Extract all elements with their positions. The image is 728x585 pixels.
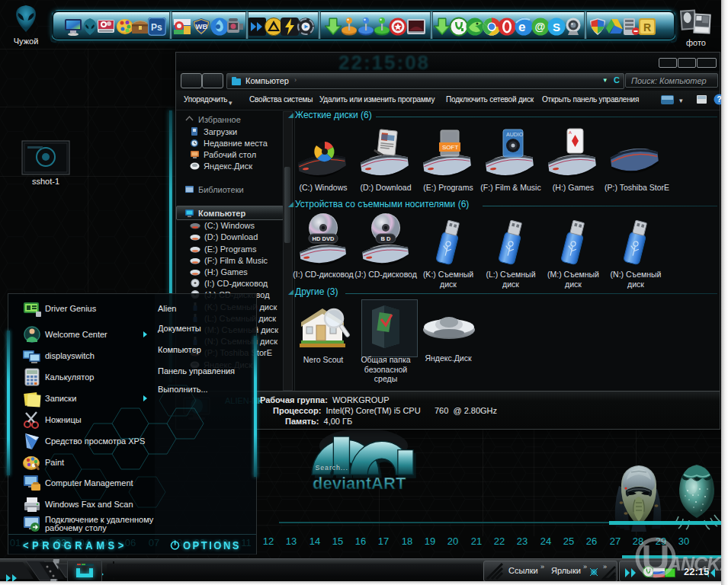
svg-text:WB: WB: [196, 22, 208, 30]
svg-text:@: @: [535, 21, 546, 33]
svg-text:R: R: [643, 21, 651, 34]
svg-text:Ps: Ps: [151, 22, 162, 33]
svg-text:B D: B D: [381, 235, 392, 242]
svg-text:S: S: [553, 21, 560, 34]
svg-text:e: e: [518, 20, 525, 34]
svg-text:SOFT: SOFT: [442, 144, 458, 151]
svg-text:deviantART: deviantART: [313, 474, 406, 493]
svg-text:A: A: [569, 130, 572, 135]
svg-text:HD DVD: HD DVD: [313, 235, 335, 242]
svg-text:▾: ▾: [679, 97, 683, 104]
svg-text:Search...: Search...: [316, 464, 348, 472]
svg-text:AUDIO: AUDIO: [506, 132, 524, 137]
